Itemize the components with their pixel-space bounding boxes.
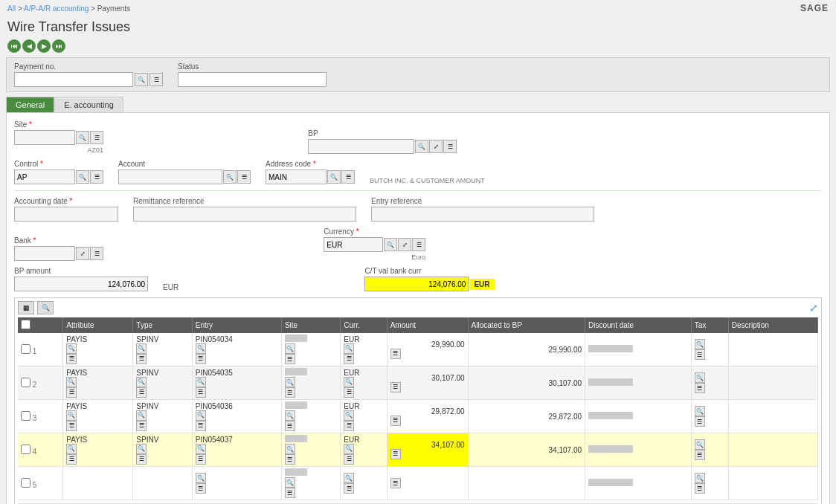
row-amount-btn-3[interactable]: ☰ <box>390 416 401 426</box>
status-input[interactable]: In the bank <box>178 72 327 87</box>
row-entry-list-2[interactable]: ☰ <box>196 387 206 398</box>
row-attr-list-3[interactable]: ☰ <box>66 421 77 431</box>
row-tax-search-5[interactable]: 🔍 <box>695 473 705 483</box>
control-search-icon[interactable]: 🔍 <box>76 170 89 184</box>
bp-amount-input[interactable] <box>14 277 148 291</box>
row-entry-search-3[interactable]: 🔍 <box>196 410 206 421</box>
row-attr-list-2[interactable]: ☰ <box>66 387 77 398</box>
payment-no-list-icon[interactable]: ☰ <box>149 73 163 86</box>
table-search-icon[interactable]: 🔍 <box>37 301 54 314</box>
row-attr-list-4[interactable]: ☰ <box>66 454 77 465</box>
row-curr-search-2[interactable]: 🔍 <box>344 377 354 387</box>
bank-input[interactable] <box>14 246 75 261</box>
row-checkbox-2[interactable] <box>21 378 30 387</box>
row-attr-search-1[interactable]: 🔍 <box>66 343 77 354</box>
row-checkbox-4[interactable] <box>21 445 30 454</box>
row-tax-search-3[interactable]: 🔍 <box>695 406 705 416</box>
row-type-list-3[interactable]: ☰ <box>136 421 147 431</box>
ct-val-input[interactable] <box>364 277 469 291</box>
row-curr-search-empty-5[interactable]: 🔍 <box>344 473 354 483</box>
row-curr-search-4[interactable]: 🔍 <box>344 444 354 454</box>
address-list-icon[interactable]: ☰ <box>341 170 355 184</box>
row-entry-search-4[interactable]: 🔍 <box>196 444 206 454</box>
row-site-list-3[interactable]: ☰ <box>285 421 295 431</box>
row-curr-list-1[interactable]: ☰ <box>344 354 354 364</box>
table-scroll-container[interactable]: Attribute Type Entry Site Curr. Amount A… <box>18 317 818 500</box>
row-curr-list-3[interactable]: ☰ <box>344 421 354 431</box>
currency-ext-icon[interactable]: ⤢ <box>398 238 411 251</box>
row-site-search-5[interactable]: 🔍 <box>285 477 295 488</box>
row-entry-list-empty-5[interactable]: ☰ <box>196 483 206 494</box>
row-site-search-3[interactable]: 🔍 <box>285 410 295 421</box>
row-curr-list-2[interactable]: ☰ <box>344 387 354 398</box>
bank-ext-icon[interactable]: ⤢ <box>76 247 89 260</box>
select-all-checkbox[interactable] <box>21 320 30 329</box>
entry-ref-input[interactable] <box>371 207 594 222</box>
row-checkbox-1[interactable] <box>21 344 30 354</box>
currency-input[interactable] <box>324 237 383 252</box>
table-grid-icon[interactable]: ▦ <box>18 301 34 314</box>
site-list-icon[interactable]: ☰ <box>90 131 103 144</box>
control-input[interactable] <box>14 169 75 184</box>
row-tax-search-2[interactable]: 🔍 <box>695 372 705 383</box>
address-code-input[interactable] <box>266 169 327 184</box>
bank-list-icon[interactable]: ☰ <box>90 247 103 260</box>
remittance-ref-input[interactable] <box>133 207 356 222</box>
row-entry-list-4[interactable]: ☰ <box>196 454 206 465</box>
row-attr-search-2[interactable]: 🔍 <box>66 377 77 387</box>
site-search-icon[interactable]: 🔍 <box>76 131 89 144</box>
row-type-search-1[interactable]: 🔍 <box>136 343 147 354</box>
control-list-icon[interactable]: ☰ <box>90 170 103 184</box>
row-tax-search-1[interactable]: 🔍 <box>695 339 705 349</box>
row-entry-search-2[interactable]: 🔍 <box>196 377 206 387</box>
breadcrumb-all[interactable]: All <box>7 4 16 13</box>
tab-eaccounting[interactable]: E. accounting <box>54 97 123 112</box>
currency-search-icon[interactable]: 🔍 <box>384 238 397 251</box>
row-amount-btn-4[interactable]: ☰ <box>390 449 401 459</box>
row-tax-list-4[interactable]: ☰ <box>695 450 705 460</box>
row-curr-list-empty-5[interactable]: ☰ <box>344 483 354 494</box>
row-site-list-4[interactable]: ☰ <box>285 454 295 465</box>
table-expand-button[interactable]: ⤢ <box>809 302 818 314</box>
bp-search-icon[interactable]: 🔍 <box>415 140 428 153</box>
payment-no-search-icon[interactable]: 🔍 <box>135 73 148 86</box>
row-checkbox-5[interactable] <box>21 478 30 488</box>
row-amount-btn-1[interactable]: ☰ <box>390 349 401 359</box>
tab-general[interactable]: General <box>6 97 54 112</box>
row-attr-search-3[interactable]: 🔍 <box>66 410 77 421</box>
row-site-search-1[interactable]: 🔍 <box>285 343 295 354</box>
row-entry-search-empty-5[interactable]: 🔍 <box>196 473 206 483</box>
row-tax-list-3[interactable]: ☰ <box>695 416 705 427</box>
account-list-icon[interactable]: ☰ <box>237 170 251 184</box>
row-entry-list-3[interactable]: ☰ <box>196 421 206 431</box>
bp-input[interactable] <box>308 139 414 154</box>
row-tax-list-5[interactable]: ☰ <box>695 483 705 494</box>
row-site-search-2[interactable]: 🔍 <box>285 377 295 387</box>
row-curr-list-4[interactable]: ☰ <box>344 454 354 465</box>
nav-next-button[interactable]: ▶ <box>37 39 51 53</box>
currency-list-icon[interactable]: ☰ <box>412 238 425 251</box>
row-site-list-1[interactable]: ☰ <box>285 354 295 364</box>
row-curr-search-1[interactable]: 🔍 <box>344 343 354 354</box>
row-curr-search-3[interactable]: 🔍 <box>344 410 354 421</box>
nav-prev-button[interactable]: ◀ <box>22 39 36 53</box>
row-type-search-3[interactable]: 🔍 <box>136 410 147 421</box>
row-entry-search-1[interactable]: 🔍 <box>196 343 206 354</box>
row-tax-list-2[interactable]: ☰ <box>695 383 705 393</box>
row-site-list-2[interactable]: ☰ <box>285 387 295 398</box>
nav-last-button[interactable]: ⏭ <box>52 39 65 53</box>
row-tax-list-1[interactable]: ☰ <box>695 349 705 360</box>
row-type-list-4[interactable]: ☰ <box>136 454 147 465</box>
row-type-search-4[interactable]: 🔍 <box>136 444 147 454</box>
account-search-icon[interactable]: 🔍 <box>223 170 237 184</box>
row-site-list-5[interactable]: ☰ <box>285 488 295 498</box>
row-type-list-1[interactable]: ☰ <box>136 354 147 364</box>
nav-first-button[interactable]: ⏮ <box>7 39 21 53</box>
bp-list-icon[interactable]: ☰ <box>443 140 457 153</box>
row-attr-list-1[interactable]: ☰ <box>66 354 77 364</box>
row-type-list-2[interactable]: ☰ <box>136 387 147 398</box>
row-tax-search-4[interactable]: 🔍 <box>695 439 705 450</box>
address-search-icon[interactable]: 🔍 <box>327 170 341 184</box>
site-input[interactable] <box>14 130 75 145</box>
row-site-search-4[interactable]: 🔍 <box>285 444 295 454</box>
